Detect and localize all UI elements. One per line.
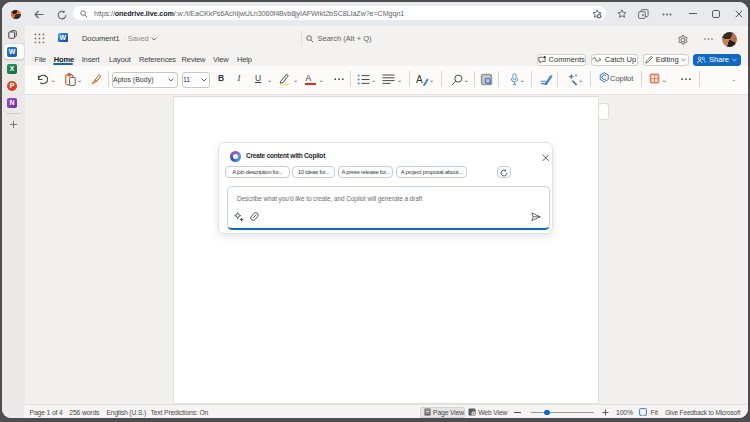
svg-text:A: A bbox=[416, 74, 423, 85]
